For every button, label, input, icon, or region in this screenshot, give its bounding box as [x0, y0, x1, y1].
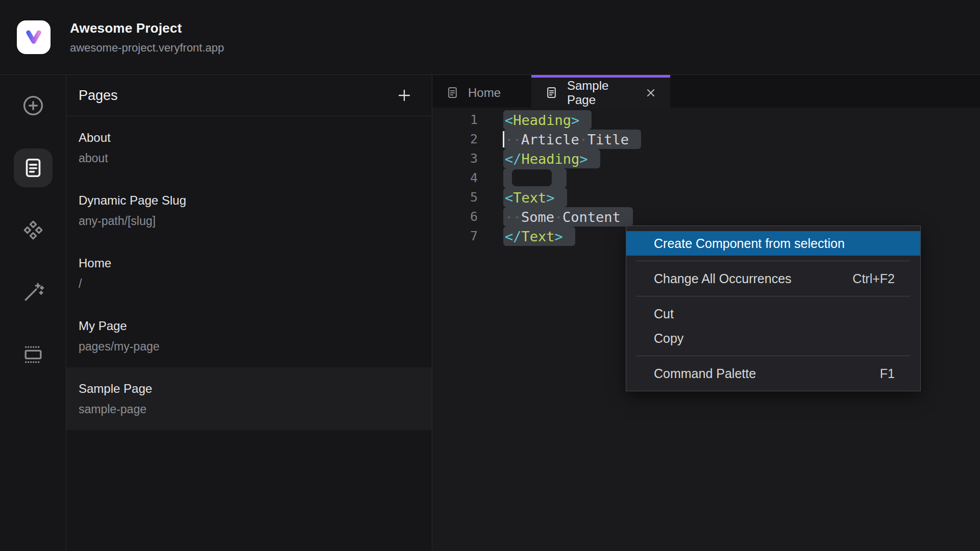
project-info: Awesome Project awesome-project.veryfron… — [70, 20, 224, 55]
page-slug: about — [79, 152, 432, 165]
menu-item-shortcut: F1 — [880, 366, 895, 381]
page-list-item[interactable]: Sample Page sample-page — [66, 367, 432, 430]
selection-highlight: ··Article·Title — [503, 130, 641, 149]
menu-item[interactable]: Change All OccurrencesCtrl+F2 — [626, 266, 920, 291]
magic-wand-icon — [21, 280, 45, 305]
page-title: Home — [79, 256, 432, 270]
pages-panel-header: Pages — [66, 75, 432, 116]
icon-sidebar — [0, 75, 66, 551]
selection-highlight: ··Some·Content — [503, 207, 633, 227]
page-list-item[interactable]: About about — [66, 116, 432, 179]
page-title: My Page — [79, 319, 432, 333]
project-logo[interactable] — [17, 20, 51, 54]
line-number: 7 — [432, 227, 478, 246]
menu-item[interactable]: Copy — [626, 326, 920, 350]
page-slug: pages/my-page — [79, 340, 432, 354]
frame-icon — [21, 342, 45, 367]
components-icon — [21, 218, 45, 242]
context-menu: Create Component from selectionChange Al… — [626, 226, 921, 391]
menu-item-shortcut: Ctrl+F2 — [852, 271, 895, 286]
project-url[interactable]: awesome-project.veryfront.app — [70, 41, 224, 55]
project-name: Awesome Project — [70, 20, 224, 36]
menu-item[interactable]: Create Component from selection — [626, 231, 920, 256]
code-line[interactable]: 6··Some·Content — [432, 207, 980, 227]
veryfront-v-logo-icon — [22, 26, 45, 49]
menu-item-label: Command Palette — [654, 366, 756, 381]
selection-highlight — [503, 168, 567, 188]
plus-icon — [396, 87, 412, 104]
code-line[interactable]: 5<Text> — [432, 188, 980, 207]
tab-sample-page[interactable]: Sample Page — [531, 75, 670, 108]
text-cursor — [503, 131, 504, 147]
selection-highlight: <Text> — [503, 188, 567, 207]
pages-list: About about Dynamic Page Slug any-path/[… — [66, 116, 432, 551]
selection-highlight: </Text> — [503, 227, 575, 246]
page-list-item[interactable]: Home / — [66, 242, 432, 305]
page-title: About — [79, 131, 432, 145]
menu-divider — [636, 356, 910, 356]
menu-divider — [636, 261, 910, 261]
tab-home[interactable]: Home — [432, 75, 531, 108]
page-slug: sample-page — [79, 403, 432, 416]
line-number: 3 — [432, 149, 478, 168]
code-line[interactable]: 4 — [432, 168, 980, 188]
page-list-item[interactable]: Dynamic Page Slug any-path/[slug] — [66, 179, 432, 242]
sidebar-item-components[interactable] — [14, 211, 53, 249]
menu-item-label: Change All Occurrences — [654, 271, 792, 286]
sidebar-item-sections[interactable] — [14, 335, 53, 374]
page-slug: any-path/[slug] — [79, 214, 432, 228]
selection-highlight: </Heading> — [503, 149, 600, 168]
page-file-icon — [446, 86, 459, 99]
code-line[interactable]: 2··Article·Title — [432, 130, 980, 149]
page-list-item[interactable]: My Page pages/my-page — [66, 305, 432, 367]
line-number: 4 — [432, 168, 478, 188]
sidebar-item-add[interactable] — [14, 86, 53, 125]
menu-divider — [636, 296, 910, 296]
code-line[interactable]: 3</Heading> — [432, 149, 980, 168]
close-icon — [645, 87, 657, 99]
page-title: Sample Page — [79, 382, 432, 396]
page-slug: / — [79, 277, 432, 291]
menu-item-label: Copy — [654, 331, 683, 346]
menu-item[interactable]: Cut — [626, 302, 920, 326]
menu-item-label: Cut — [654, 307, 674, 321]
pages-panel-title: Pages — [79, 88, 118, 104]
line-number: 2 — [432, 130, 478, 149]
plus-circle-icon — [21, 93, 45, 118]
pages-panel: Pages About about Dynamic Page Slug any-… — [66, 75, 432, 551]
page-title: Dynamic Page Slug — [79, 193, 432, 208]
line-number: 1 — [432, 110, 478, 130]
line-number: 5 — [432, 188, 478, 207]
app-header: Awesome Project awesome-project.veryfron… — [0, 0, 980, 75]
selection-highlight: <Heading> — [503, 110, 592, 130]
line-number: 6 — [432, 207, 478, 227]
app-window: Awesome Project awesome-project.veryfron… — [0, 0, 980, 551]
tab-label: Sample Page — [567, 79, 636, 107]
sidebar-item-pages[interactable] — [14, 148, 53, 187]
pages-icon — [21, 156, 45, 180]
tab-label: Home — [468, 86, 501, 100]
menu-item-label: Create Component from selection — [654, 236, 845, 251]
page-file-icon — [545, 86, 558, 99]
menu-item[interactable]: Command PaletteF1 — [626, 361, 920, 386]
editor-tabstrip: Home Sample Page — [432, 75, 980, 108]
sidebar-item-assistant[interactable] — [14, 273, 53, 312]
add-page-button[interactable] — [396, 87, 412, 104]
close-tab-button[interactable] — [645, 87, 657, 99]
code-line[interactable]: 1<Heading> — [432, 110, 980, 130]
